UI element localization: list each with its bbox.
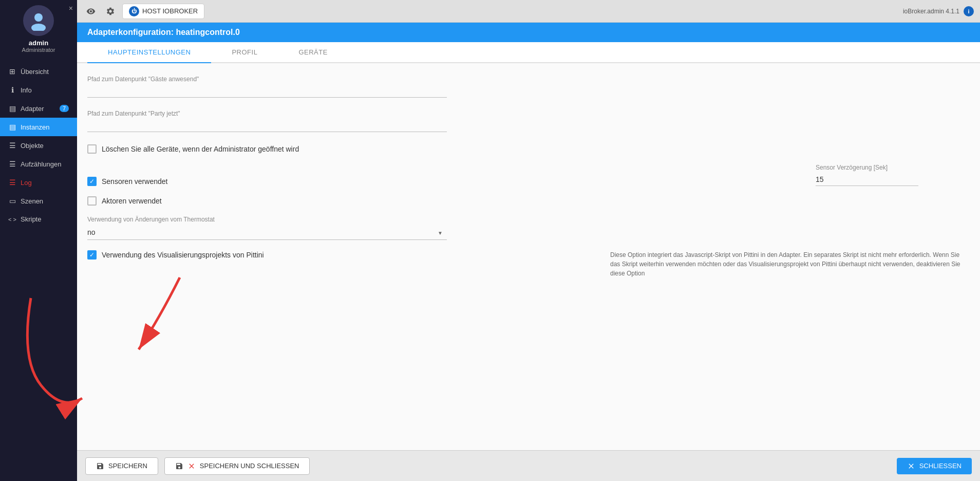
sidebar-item-uebersicht[interactable]: ⊞ Übersicht (0, 62, 77, 81)
save-close-save-icon (175, 462, 183, 470)
sidebar-header: × admin Administrator (0, 0, 77, 62)
save-button[interactable]: SPEICHERN (85, 457, 158, 475)
aufzaehlungen-icon: ☰ (8, 160, 16, 168)
close-label: SCHLIESSEN (919, 462, 962, 470)
close-button[interactable]: SCHLIESSEN (897, 458, 972, 474)
field1-label: Pfad zum Datenpunkt "Gäste anwesend" (87, 76, 970, 83)
toolbar: ⏻ HOST IOBROKER ioBroker.admin 4.1.1 i (77, 0, 980, 23)
eye-button[interactable] (83, 5, 99, 18)
dropdown-wrapper: no yes auto (87, 225, 447, 240)
sidebar-username: admin (29, 39, 48, 47)
config-title: Adapterkonfiguration: heatingcontrol.0 (87, 28, 240, 36)
dropdown-select[interactable]: no yes auto (87, 225, 447, 240)
checkbox1[interactable] (87, 144, 97, 154)
toolbar-right: ioBroker.admin 4.1.1 i (903, 6, 974, 16)
save-icon (96, 462, 104, 470)
adapter-icon: ▤ (8, 104, 16, 113)
field2-label: Pfad zum Datenpunkt "Party jetzt" (87, 110, 970, 117)
sidebar-item-label: Aufzählungen (21, 160, 62, 168)
tabs: HAUPTEINSTELLUNGEN PROFIL GERÄTE (77, 42, 980, 63)
dropdown-row: Verwendung von Änderungen vom Thermostat… (87, 216, 970, 240)
sidebar-item-log[interactable]: ☰ Log (0, 173, 77, 192)
sidebar-item-label: Log (21, 179, 32, 187)
tab-label: PROFIL (232, 48, 257, 56)
field1-row: Pfad zum Datenpunkt "Gäste anwesend" (87, 76, 970, 98)
save-label: SPEICHERN (108, 462, 147, 470)
tab-haupteinstellungen[interactable]: HAUPTEINSTELLUNGEN (87, 42, 211, 63)
sidebar-item-label: Instanzen (21, 123, 49, 131)
tab-label: HAUPTEINSTELLUNGEN (108, 48, 191, 56)
checkbox4[interactable]: ✓ (87, 250, 97, 260)
checkbox3[interactable] (87, 196, 97, 206)
sidebar-item-adapter[interactable]: ▤ Adapter 7 (0, 99, 77, 118)
svg-point-1 (31, 24, 46, 31)
szenen-icon: ▭ (8, 197, 16, 205)
sensor-delay-label: Sensor Verzögerung [Sek] (816, 164, 970, 171)
svg-point-0 (34, 13, 43, 22)
pittini-row: ✓ Verwendung des Visualisierungsprojekts… (87, 250, 970, 278)
close-icon (907, 462, 915, 470)
sensors-row: ✓ Sensoren verwendet Sensor Verzögerung … (87, 164, 970, 186)
save-close-label: SPEICHERN UND SCHLIESSEN (200, 462, 299, 470)
settings-button[interactable] (103, 5, 118, 18)
pittini-description: Diese Option integriert das Javascript-S… (610, 250, 970, 278)
field2-input[interactable] (87, 119, 447, 132)
field1-input[interactable] (87, 85, 447, 98)
sidebar-item-skripte[interactable]: < > Skripte (0, 210, 77, 228)
sidebar-item-label: Skripte (21, 215, 41, 223)
sensor-delay-input[interactable] (816, 173, 918, 186)
bottom-bar: SPEICHERN SPEICHERN UND SCHLIESSEN SCHLI… (77, 450, 980, 481)
adapter-badge: 7 (60, 105, 69, 112)
grid-icon: ⊞ (8, 67, 16, 76)
main-content: ⏻ HOST IOBROKER ioBroker.admin 4.1.1 i A… (77, 0, 980, 481)
sidebar-close-icon[interactable]: × (69, 4, 73, 12)
sidebar-item-szenen[interactable]: ▭ Szenen (0, 192, 77, 210)
sidebar-item-label: Übersicht (21, 68, 49, 76)
host-label: HOST IOBROKER (142, 7, 198, 15)
tab-profil[interactable]: PROFIL (211, 42, 278, 63)
checkbox4-label: Verwendung des Visualisierungsprojekts v… (102, 251, 264, 259)
config-header: Adapterkonfiguration: heatingcontrol.0 (77, 23, 980, 42)
save-close-button[interactable]: SPEICHERN UND SCHLIESSEN (164, 457, 310, 475)
checkbox2-label: Sensoren verwendet (102, 177, 167, 186)
sensor-delay-group: Sensor Verzögerung [Sek] (816, 164, 970, 186)
checkbox3-row: Aktoren verwendet (87, 196, 970, 206)
info-icon: ℹ (8, 86, 16, 94)
checkbox3-label: Aktoren verwendet (102, 197, 162, 205)
host-icon: ⏻ (129, 6, 139, 16)
checkbox2[interactable]: ✓ (87, 177, 97, 186)
sidebar-item-label: Info (21, 86, 32, 94)
checkbox1-label: Löschen Sie alle Geräte, wenn der Admini… (102, 145, 299, 153)
field2-row: Pfad zum Datenpunkt "Party jetzt" (87, 110, 970, 132)
checkbox1-row: Löschen Sie alle Geräte, wenn der Admini… (87, 144, 970, 154)
checkbox4-group: ✓ Verwendung des Visualisierungsprojekts… (87, 250, 264, 260)
tab-label: GERÄTE (298, 48, 327, 56)
sidebar-item-info[interactable]: ℹ Info (0, 81, 77, 99)
objekte-icon: ☰ (8, 141, 16, 150)
save-close-x-icon (187, 462, 196, 470)
checkbox2-group: ✓ Sensoren verwendet (87, 177, 167, 186)
sidebar-item-label: Objekte (21, 142, 44, 150)
tab-geraete[interactable]: GERÄTE (278, 42, 348, 63)
sidebar-item-instanzen[interactable]: ▤ Instanzen (0, 118, 77, 136)
sidebar-item-label: Szenen (21, 197, 43, 205)
version-label: ioBroker.admin 4.1.1 (903, 8, 959, 15)
form-content: Pfad zum Datenpunkt "Gäste anwesend" Pfa… (77, 63, 980, 450)
sidebar: × admin Administrator ⊞ Übersicht ℹ Info… (0, 0, 77, 481)
skripte-icon: < > (8, 216, 16, 223)
sidebar-nav: ⊞ Übersicht ℹ Info ▤ Adapter 7 ▤ Instanz… (0, 62, 77, 481)
sidebar-role: Administrator (22, 47, 55, 53)
dropdown-label: Verwendung von Änderungen vom Thermostat (87, 216, 970, 223)
avatar (23, 5, 54, 36)
sidebar-item-aufzaehlungen[interactable]: ☰ Aufzählungen (0, 155, 77, 173)
toolbar-info-icon: i (964, 6, 974, 16)
instanzen-icon: ▤ (8, 123, 16, 131)
sidebar-item-objekte[interactable]: ☰ Objekte (0, 136, 77, 155)
sidebar-item-label: Adapter (21, 105, 44, 113)
host-button[interactable]: ⏻ HOST IOBROKER (122, 4, 204, 19)
log-icon: ☰ (8, 178, 16, 187)
